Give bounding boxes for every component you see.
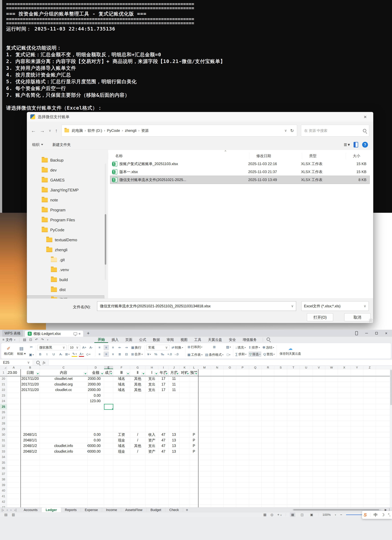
grid-cell[interactable] [338, 482, 351, 488]
grid-cell[interactable] [40, 499, 88, 505]
grid-cell[interactable] [351, 415, 363, 421]
grid-cell[interactable] [104, 505, 113, 508]
grid-cell[interactable] [7, 454, 20, 460]
grid-cell[interactable]: 成员 [104, 369, 113, 376]
grid-cell[interactable]: 对账 [179, 369, 190, 376]
menu-tab[interactable]: 视图 [177, 337, 191, 343]
grid-cell[interactable] [351, 421, 363, 426]
vertical-scrollbar-thumb[interactable] [390, 370, 392, 405]
grid-cell[interactable] [338, 382, 351, 387]
grid-cell[interactable] [211, 465, 224, 471]
grid-cell[interactable] [104, 494, 113, 499]
grid-cell[interactable]: 0.00 [88, 432, 104, 437]
open-button[interactable]: 打开(O) [307, 313, 333, 321]
格式刷-button[interactable]: ✐格式刷 [3, 346, 15, 356]
grid-cell[interactable] [7, 387, 20, 393]
row-header[interactable]: 33 [0, 449, 7, 454]
grid-cell[interactable] [211, 415, 224, 421]
increase-indent-button[interactable]: ⇒ [124, 345, 129, 350]
grid-cell[interactable] [325, 393, 338, 398]
grid-cell[interactable] [236, 499, 249, 505]
grid-cell[interactable] [338, 421, 351, 426]
grid-cell[interactable] [262, 482, 274, 488]
grid-cell[interactable] [198, 387, 211, 393]
grid-cell[interactable]: 内容 [40, 369, 88, 376]
grid-cell[interactable] [274, 471, 287, 477]
grid-cell[interactable]: / [130, 449, 146, 454]
grid-cell[interactable] [262, 449, 274, 454]
grid-cell[interactable] [262, 465, 274, 471]
grid-cell[interactable] [158, 505, 169, 508]
grid-cell[interactable] [20, 426, 40, 432]
close-icon[interactable]: × [385, 331, 387, 336]
align-top-button[interactable]: ≡ [97, 345, 102, 350]
grid-cell[interactable]: 支出 [146, 387, 158, 393]
grid-cell[interactable]: 2048/1/1 [20, 438, 40, 443]
grid-cell[interactable] [40, 432, 88, 437]
chevron-down-icon[interactable]: ∨ [47, 338, 48, 341]
grid-cell[interactable] [325, 505, 338, 508]
grid-cell[interactable] [287, 482, 300, 488]
grid-cell[interactable] [363, 460, 376, 465]
tree-item[interactable]: Program [27, 206, 104, 214]
grid-cell[interactable] [363, 382, 376, 387]
grid-cell[interactable] [158, 488, 169, 493]
grid-cell[interactable] [158, 393, 169, 398]
grid-cell[interactable] [190, 426, 198, 432]
grid-cell[interactable] [40, 426, 88, 432]
address-dropdown-icon[interactable]: ∨ [282, 129, 289, 133]
grid-cell[interactable] [88, 404, 104, 410]
grid-cell[interactable] [146, 393, 158, 398]
grid-cell[interactable]: 2017/11/20 [20, 387, 40, 393]
grid-cell[interactable] [169, 415, 179, 421]
grid-cell[interactable] [338, 376, 351, 381]
distribute-button[interactable]: ⊟ [124, 352, 129, 357]
row-header[interactable]: 20 [0, 376, 7, 381]
grid-cell[interactable] [224, 426, 236, 432]
grid-cell[interactable] [190, 382, 198, 387]
grid-cell[interactable]: 域名 [113, 443, 130, 449]
grid-cell[interactable] [211, 387, 224, 393]
table-style-button[interactable]: ⊞ [205, 345, 224, 350]
column-header-type[interactable]: 类型 [302, 153, 346, 159]
grid-cell[interactable] [146, 477, 158, 482]
tree-item[interactable]: GAMES [27, 176, 104, 184]
grid-cell[interactable]: 工资 [113, 432, 130, 437]
grid-cell[interactable] [40, 410, 88, 415]
grid-cell[interactable] [236, 426, 249, 432]
grid-cell[interactable] [363, 494, 376, 499]
grid-cell[interactable] [262, 505, 274, 508]
add-sheet-button[interactable]: + [183, 508, 191, 512]
grid-cell[interactable]: 17 [158, 387, 169, 393]
tree-item[interactable]: note [27, 196, 104, 204]
menu-tab[interactable]: 插入 [108, 337, 122, 343]
grid-cell[interactable] [313, 410, 325, 415]
autosum-button[interactable]: ∑求和▾ [235, 352, 247, 357]
grid-cell[interactable] [300, 438, 313, 443]
grid-cell[interactable] [313, 398, 325, 404]
grid-cell[interactable] [146, 471, 158, 477]
grid-cell[interactable] [325, 460, 338, 465]
grid-cell[interactable] [198, 369, 211, 376]
粘贴-button[interactable]: ▤粘贴 ▾ [16, 346, 27, 356]
grid-cell[interactable] [249, 505, 262, 508]
grid-cell[interactable] [249, 382, 262, 387]
grid-cell[interactable] [20, 471, 40, 477]
outline-icon[interactable]: ▥ [12, 513, 15, 517]
grid-cell[interactable]: cloudlet.net [40, 376, 88, 381]
grid-cell[interactable]: 47 [158, 432, 169, 437]
grid-cell[interactable]: 2000.00 [88, 382, 104, 387]
grid-cell[interactable] [113, 421, 130, 426]
grid-cell[interactable] [224, 387, 236, 393]
grid-cell[interactable] [351, 404, 363, 410]
sheet-tab-accounts[interactable]: Accounts [20, 508, 42, 512]
column-header[interactable]: P [236, 366, 249, 369]
grid-cell[interactable] [236, 382, 249, 387]
grid-cell[interactable] [190, 398, 198, 404]
grid-cell[interactable] [179, 482, 190, 488]
grid-cell[interactable] [40, 398, 88, 404]
grid-cell[interactable] [190, 488, 198, 493]
wps-logo-icon[interactable]: S [364, 512, 367, 517]
grid-cell[interactable] [7, 410, 20, 415]
formula-input[interactable] [49, 360, 392, 365]
